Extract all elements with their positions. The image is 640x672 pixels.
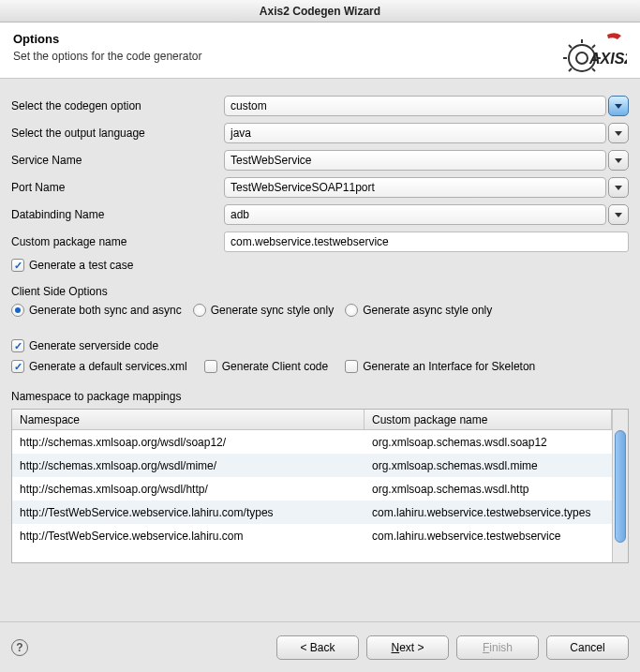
databinding-combo[interactable]: adb xyxy=(224,204,606,225)
generate-clientcode-label: Generate Client code xyxy=(222,360,328,373)
service-name-combo[interactable]: TestWebService xyxy=(224,150,606,171)
generate-servicesxml-checkbox[interactable] xyxy=(11,360,24,373)
table-scrollbar[interactable] xyxy=(612,410,628,562)
generate-interface-label: Generate an Interface for Skeleton xyxy=(363,360,535,373)
client-side-options-label: Client Side Options xyxy=(11,285,629,298)
cell-namespace[interactable]: http://schemas.xmlsoap.org/wsdl/soap12/ xyxy=(12,436,365,449)
svg-line-6 xyxy=(569,45,572,48)
banner: Options Set the options for the code gen… xyxy=(0,22,640,79)
page-subtitle: Set the options for the code generator xyxy=(13,50,627,63)
table-row[interactable]: http://schemas.xmlsoap.org/wsdl/http/org… xyxy=(12,477,612,500)
scrollbar-thumb[interactable] xyxy=(615,430,626,543)
svg-line-9 xyxy=(592,45,595,48)
custom-package-label: Custom package name xyxy=(11,235,224,248)
wizard-footer: ? < Back Next > Finish Cancel xyxy=(0,621,640,672)
svg-line-7 xyxy=(592,68,595,71)
table-header-namespace[interactable]: Namespace xyxy=(12,410,365,429)
cell-namespace[interactable]: http://TestWebService.webservice.lahiru.… xyxy=(12,506,365,519)
output-language-dropdown-button[interactable] xyxy=(608,123,629,143)
next-button[interactable]: Next > xyxy=(366,635,449,660)
output-language-label: Select the output language xyxy=(11,127,224,140)
port-name-dropdown-button[interactable] xyxy=(608,177,629,198)
radio-sync-label: Generate sync style only xyxy=(211,304,334,317)
cell-namespace[interactable]: http://schemas.xmlsoap.org/wsdl/http/ xyxy=(12,483,365,496)
generate-testcase-checkbox[interactable] xyxy=(11,259,24,272)
databinding-dropdown-button[interactable] xyxy=(608,204,629,225)
table-row[interactable]: http://TestWebService.webservice.lahiru.… xyxy=(12,524,612,547)
cell-package[interactable]: com.lahiru.webservice.testwebservice xyxy=(365,530,612,543)
generate-testcase-label: Generate a test case xyxy=(29,259,133,272)
page-title: Options xyxy=(13,32,627,46)
cell-package[interactable]: org.xmlsoap.schemas.wsdl.http xyxy=(365,483,612,496)
cell-package[interactable]: com.lahiru.webservice.testwebservice.typ… xyxy=(365,506,612,519)
svg-point-1 xyxy=(576,52,588,64)
service-name-dropdown-button[interactable] xyxy=(608,150,629,171)
cell-package[interactable]: org.xmlsoap.schemas.wsdl.soap12 xyxy=(365,436,612,449)
svg-text:AXIS2: AXIS2 xyxy=(588,51,627,67)
codegen-option-label: Select the codegen option xyxy=(11,99,224,112)
namespace-mapping-table: Namespace Custom package name http://sch… xyxy=(11,409,629,563)
databinding-label: Databinding Name xyxy=(11,208,224,221)
port-name-combo[interactable]: TestWebServiceSOAP11port xyxy=(224,177,606,198)
svg-line-8 xyxy=(569,68,572,71)
chevron-down-icon xyxy=(615,131,622,136)
table-row[interactable]: http://schemas.xmlsoap.org/wsdl/mime/org… xyxy=(12,454,612,477)
back-button[interactable]: < Back xyxy=(276,635,359,660)
generate-serverside-label: Generate serverside code xyxy=(29,339,158,352)
radio-sync[interactable] xyxy=(193,304,206,317)
radio-both-label: Generate both sync and async xyxy=(29,304,182,317)
client-side-radio-group: Generate both sync and async Generate sy… xyxy=(11,304,629,317)
generate-servicesxml-label: Generate a default services.xml xyxy=(29,360,187,373)
generate-interface-checkbox[interactable] xyxy=(345,360,358,373)
cell-namespace[interactable]: http://schemas.xmlsoap.org/wsdl/mime/ xyxy=(12,459,365,472)
finish-button: Finish xyxy=(456,635,539,660)
title-bar: Axis2 Codegen Wizard xyxy=(0,0,640,22)
output-language-combo[interactable]: java xyxy=(224,123,606,143)
table-row[interactable]: http://schemas.xmlsoap.org/wsdl/soap12/o… xyxy=(12,430,612,454)
generate-serverside-checkbox[interactable] xyxy=(11,339,24,352)
service-name-label: Service Name xyxy=(11,154,224,167)
cancel-button[interactable]: Cancel xyxy=(546,635,629,660)
codegen-option-dropdown-button[interactable] xyxy=(608,96,629,116)
radio-both[interactable] xyxy=(11,304,24,317)
codegen-option-combo[interactable]: custom xyxy=(224,96,606,116)
table-row[interactable]: http://TestWebService.webservice.lahiru.… xyxy=(12,500,612,524)
table-header-package[interactable]: Custom package name xyxy=(365,410,612,429)
chevron-down-icon xyxy=(615,104,622,109)
radio-async-label: Generate async style only xyxy=(363,304,492,317)
cell-package[interactable]: org.xmlsoap.schemas.wsdl.mime xyxy=(365,459,612,472)
custom-package-input[interactable]: com.webservice.testwebservice xyxy=(224,231,629,252)
cell-namespace[interactable]: http://TestWebService.webservice.lahiru.… xyxy=(12,530,365,543)
chevron-down-icon xyxy=(615,213,622,217)
namespace-mappings-label: Namespace to package mappings xyxy=(11,390,629,403)
port-name-label: Port Name xyxy=(11,181,224,194)
content-area: Select the codegen option custom Select … xyxy=(0,79,640,571)
generate-clientcode-checkbox[interactable] xyxy=(204,360,217,373)
radio-async[interactable] xyxy=(345,304,358,317)
axis2-logo: AXIS2 xyxy=(563,30,627,73)
help-icon[interactable]: ? xyxy=(11,639,28,656)
chevron-down-icon xyxy=(615,158,622,163)
chevron-down-icon xyxy=(615,186,622,190)
